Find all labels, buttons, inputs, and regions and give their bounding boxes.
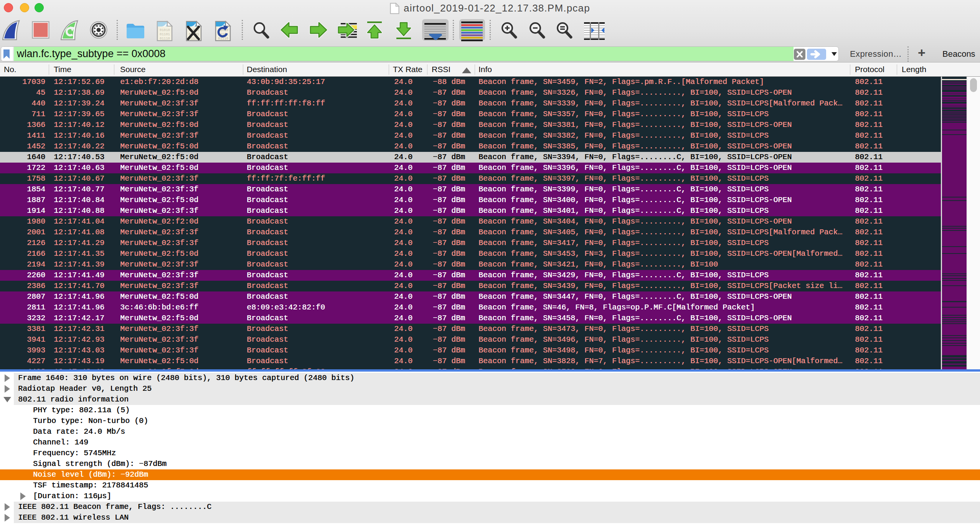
- svg-text:01101: 01101: [160, 33, 170, 36]
- svg-text:01110: 01110: [160, 37, 170, 41]
- svg-text:01010: 01010: [160, 28, 170, 32]
